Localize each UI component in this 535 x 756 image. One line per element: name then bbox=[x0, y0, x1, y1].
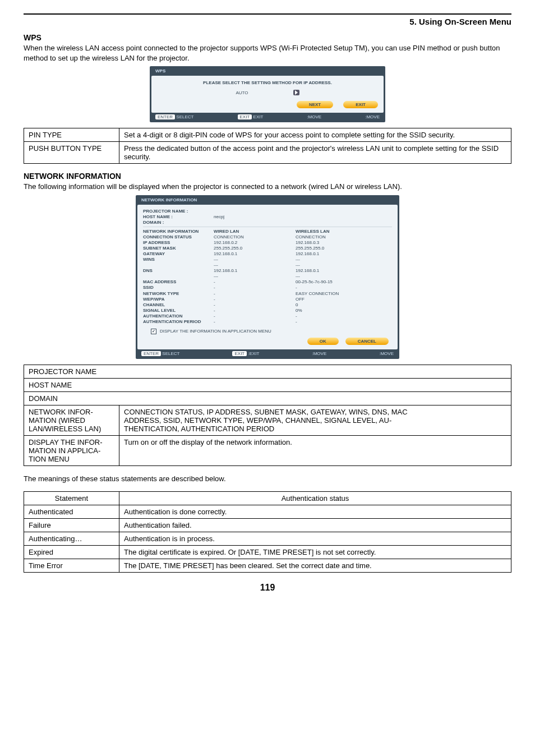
ni-row-wireless: - bbox=[296, 314, 374, 319]
footer-exit: EXIT bbox=[253, 114, 264, 119]
status-label: Authenticating… bbox=[24, 532, 119, 546]
ni-footer-move-h: :MOVE bbox=[379, 351, 394, 356]
ni-row-wireless: 255.255.255.0 bbox=[296, 246, 374, 251]
table-row: AuthenticatedAuthentication is done corr… bbox=[24, 505, 511, 519]
ni-data-row: IP ADDRESS192.168.0.2192.168.0.3 bbox=[143, 240, 392, 245]
chapter-header: 5. Using On-Screen Menu bbox=[24, 13, 511, 30]
table-row: DISPLAY THE INFOR- MATION IN APPLICA- TI… bbox=[24, 435, 511, 465]
ni-row-wired: - bbox=[214, 279, 292, 284]
ni-row-wireless: 00-25-5c-7c-90-15 bbox=[296, 279, 374, 284]
ni-row-wireless: - bbox=[296, 285, 374, 290]
ni-data-row: AUTHENTICATION PERIOD-- bbox=[143, 319, 392, 324]
ni-row-wireless: 0% bbox=[296, 308, 374, 313]
status-table: Statement Authentication status Authenti… bbox=[24, 491, 511, 573]
ni-row-wireless: - bbox=[296, 319, 374, 324]
ni-row-wired: 192.168.0.2 bbox=[214, 240, 292, 245]
ni-row-label: SIGNAL LEVEL bbox=[143, 308, 210, 313]
ni-data-row: SIGNAL LEVEL-0% bbox=[143, 308, 392, 313]
projector-name-label: PROJECTOR NAME : bbox=[143, 209, 210, 214]
ni-row-wired: --- bbox=[214, 257, 292, 262]
status-desc: Authentication is in process. bbox=[119, 532, 511, 546]
table-row: PROJECTOR NAME bbox=[24, 365, 511, 378]
ni-row-wired: 192.168.0.1 bbox=[214, 251, 292, 256]
wps-table: PIN TYPE Set a 4-digit or 8 digit-PIN co… bbox=[24, 128, 511, 164]
ni-row-wired: - bbox=[214, 297, 292, 302]
ni-row-label: GATEWAY bbox=[143, 251, 210, 256]
push-button-desc: Press the dedicated button of the access… bbox=[119, 142, 511, 164]
wps-dialog: WPS PLEASE SELECT THE SETTING METHOD FOR… bbox=[150, 66, 385, 122]
netinfo-detail-label: NETWORK INFOR- MATION (WIRED LAN/WIRELES… bbox=[24, 405, 119, 435]
status-label: Expired bbox=[24, 546, 119, 559]
ni-data-row: MAC ADDRESS-00-25-5c-7c-90-15 bbox=[143, 279, 392, 284]
ni-row-wired: CONNECTION bbox=[214, 234, 292, 239]
ni-row-wireless: 0 bbox=[296, 302, 374, 307]
status-desc: The digital certificate is expired. Or [… bbox=[119, 546, 511, 559]
ni-row-label: NETWORK TYPE bbox=[143, 291, 210, 296]
ni-row-wireless: CONNECTION bbox=[296, 234, 374, 239]
ni-row-wired: - bbox=[214, 319, 292, 324]
display-info-row-desc: Turn on or off the display of the networ… bbox=[119, 435, 511, 465]
host-name-row: HOST NAME bbox=[24, 378, 511, 391]
ni-row-wired: --- bbox=[214, 262, 292, 268]
ni-data-row: ------ bbox=[143, 262, 392, 268]
statement-header: Statement bbox=[24, 492, 119, 505]
ni-footer-move-v: :MOVE bbox=[312, 351, 326, 356]
ni-row-wireless: OFF bbox=[296, 297, 374, 302]
ni-row-label: CHANNEL bbox=[143, 302, 210, 307]
status-label: Failure bbox=[24, 519, 119, 532]
display-info-label: DISPLAY THE INFORMATION IN APPLICATION M… bbox=[160, 329, 271, 334]
ni-row-label: WINS bbox=[143, 257, 210, 262]
table-row: HOST NAME bbox=[24, 378, 511, 391]
ni-data-row: SUBNET MASK255.255.255.0255.255.255.0 bbox=[143, 246, 392, 251]
pin-type-label: PIN TYPE bbox=[24, 128, 119, 142]
display-info-checkbox[interactable]: ✔ bbox=[151, 329, 156, 334]
projector-name-row: PROJECTOR NAME bbox=[24, 365, 511, 378]
footer-move-v: :MOVE bbox=[307, 114, 321, 119]
ni-footer-select: SELECT bbox=[162, 351, 179, 356]
wps-option-auto: AUTO bbox=[236, 90, 248, 95]
next-button[interactable]: NEXT bbox=[297, 101, 333, 108]
ni-row-wired: - bbox=[214, 291, 292, 296]
host-name-label: HOST NAME : bbox=[143, 214, 210, 219]
ni-row-wireless: 192.168.0.3 bbox=[296, 240, 374, 245]
ni-row-wired: - bbox=[214, 308, 292, 313]
ni-row-wired: 255.255.255.0 bbox=[214, 246, 292, 251]
ni-row-wired: 192.168.0.1 bbox=[214, 268, 292, 273]
netinfo-table: PROJECTOR NAME HOST NAME DOMAIN NETWORK … bbox=[24, 365, 511, 466]
wps-dialog-message: PLEASE SELECT THE SETTING METHOD FOR IP … bbox=[157, 80, 378, 85]
table-row: DOMAIN bbox=[24, 391, 511, 405]
ni-row-wireless: 192.168.0.1 bbox=[296, 251, 374, 256]
ni-row-label bbox=[143, 262, 210, 268]
ni-row-label: CONNECTION STATUS bbox=[143, 234, 210, 239]
dropdown-icon[interactable] bbox=[293, 90, 299, 95]
pin-type-desc: Set a 4-digit or 8 digit-PIN code of WPS… bbox=[119, 128, 511, 142]
netinfo-intro: The following information will be displa… bbox=[24, 182, 511, 192]
wps-intro: When the wireless LAN access point conne… bbox=[24, 43, 511, 63]
table-row: PIN TYPE Set a 4-digit or 8 digit-PIN co… bbox=[24, 128, 511, 142]
ni-data-row: WINS------ bbox=[143, 257, 392, 262]
ni-data-row: WEP/WPA-OFF bbox=[143, 297, 392, 302]
status-label: Time Error bbox=[24, 559, 119, 573]
table-row: FailureAuthentication failed. bbox=[24, 519, 511, 532]
footer-select: SELECT bbox=[176, 114, 193, 119]
cancel-button[interactable]: CANCEL bbox=[345, 338, 389, 345]
table-row: NETWORK INFOR- MATION (WIRED LAN/WIRELES… bbox=[24, 405, 511, 435]
ni-col-header: NETWORK INFORMATION bbox=[143, 229, 210, 234]
ni-row-wireless: EASY CONNECTION bbox=[296, 291, 374, 296]
table-row: Time ErrorThe [DATE, TIME PRESET] has be… bbox=[24, 559, 511, 573]
exit-button[interactable]: EXIT bbox=[343, 101, 378, 108]
status-desc: The [DATE, TIME PRESET] has been cleared… bbox=[119, 559, 511, 573]
ni-row-label: DNS bbox=[143, 268, 210, 273]
ni-data-row: NETWORK TYPE-EASY CONNECTION bbox=[143, 291, 392, 296]
ni-row-label: AUTHENTICATION PERIOD bbox=[143, 319, 210, 324]
ok-button[interactable]: OK bbox=[307, 338, 339, 345]
ni-data-row: ------ bbox=[143, 274, 392, 279]
ni-row-wired: - bbox=[214, 314, 292, 319]
status-intro: The meanings of these status statements … bbox=[24, 474, 511, 484]
network-info-dialog: NETWORK INFORMATION PROJECTOR NAME : HOS… bbox=[136, 195, 399, 359]
table-header-row: Statement Authentication status bbox=[24, 492, 511, 505]
netinfo-heading: NETWORK INFORMATION bbox=[24, 172, 511, 181]
ni-data-row: CHANNEL-0 bbox=[143, 302, 392, 307]
ni-data-row: GATEWAY192.168.0.1192.168.0.1 bbox=[143, 251, 392, 256]
wps-heading: WPS bbox=[24, 33, 511, 42]
